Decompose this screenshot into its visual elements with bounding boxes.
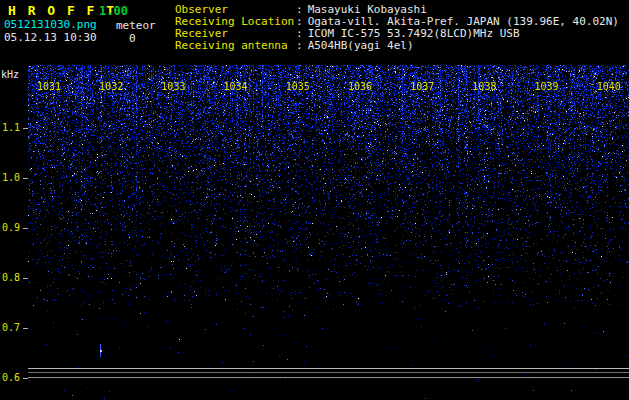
x-tick-label: 1031 [34,81,64,92]
y-tick-mark [23,328,28,329]
info-value: A504HB(yagi 4el) [308,39,414,52]
y-tick-label: 0.8 [0,272,20,283]
x-tick-label: 1035 [283,81,313,92]
x-tick-label: 1040 [594,81,624,92]
hrofft-window: H R O F F T 1.00 0512131030.png meteor 0… [0,0,629,400]
x-tick-label: 1034 [221,81,251,92]
y-tick-mark [23,128,28,129]
y-tick-label: 0.7 [0,322,20,333]
frequency-unit-label: kHz [1,69,19,80]
station-info: Observer:Masayuki Kobayashi Receiving Lo… [175,4,619,52]
y-tick-label: 0.9 [0,222,20,233]
y-tick-label: 1.0 [0,172,20,183]
mode-label: meteor [116,19,156,32]
y-tick-mark [23,228,28,229]
output-filename: 0512131030.png [4,18,97,31]
x-tick-label: 1032 [96,81,126,92]
y-tick-label: 1.1 [0,122,20,133]
meteor-count: 0 [129,32,136,45]
y-tick-label: 0.6 [0,372,20,383]
info-row-antenna: Receiving antenna:A504HB(yagi 4el) [175,40,619,52]
x-tick-label: 1038 [469,81,499,92]
x-tick-label: 1033 [158,81,188,92]
datetime-label: 05.12.13 10:30 [4,31,97,44]
x-tick-label: 1037 [407,81,437,92]
app-version: 1.00 [99,4,128,18]
x-tick-label: 1039 [532,81,562,92]
spectrogram-canvas [28,65,629,400]
info-label: Receiving antenna [175,40,296,52]
y-tick-mark [23,178,28,179]
y-tick-mark [23,378,28,379]
info-separator: : [296,39,303,52]
y-tick-mark [23,278,28,279]
x-tick-label: 1036 [345,81,375,92]
spectrogram: kHz 103110321033103410351036103710381039… [0,65,629,400]
